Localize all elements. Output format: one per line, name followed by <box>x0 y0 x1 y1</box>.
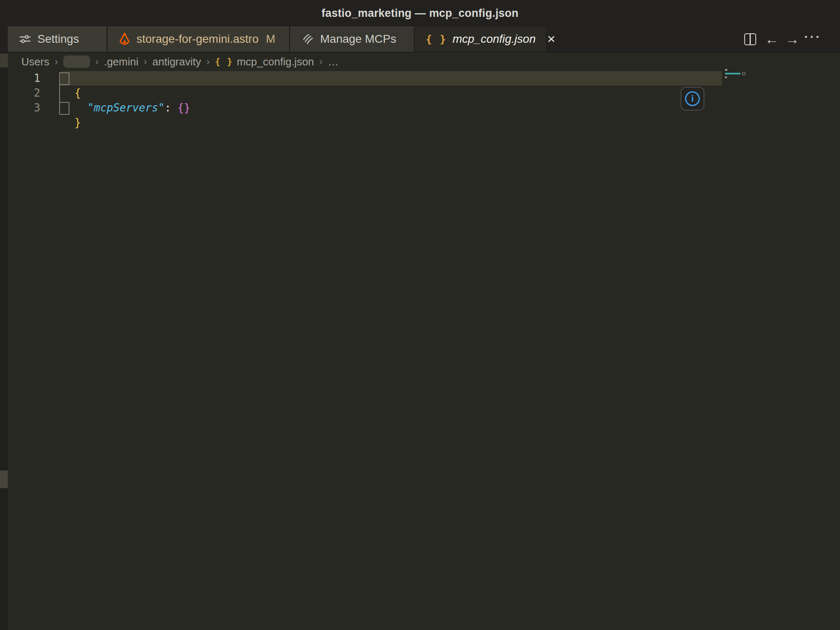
breadcrumb-separator: › <box>95 56 99 67</box>
code-token-space <box>171 102 178 114</box>
sidebar-edge-segment <box>0 53 8 67</box>
window-titlebar: fastio_marketing — mcp_config.json <box>0 0 840 26</box>
info-icon: i <box>685 91 700 106</box>
tab-mcp-config-json[interactable]: { } mcp_config.json × <box>415 26 546 52</box>
line-number: 3 <box>0 100 40 115</box>
breadcrumb-file-label: mcp_config.json <box>237 56 314 68</box>
tab-manage-mcps[interactable]: Manage MCPs <box>290 26 414 52</box>
info-glyph: i <box>691 94 694 103</box>
tab-label: mcp_config.json <box>452 32 535 46</box>
code-token-property-name: "mcpServers" <box>88 102 165 114</box>
tab-label: Manage MCPs <box>320 32 396 46</box>
breadcrumb: Users › › .gemini › antigravity › { } mc… <box>0 53 840 71</box>
code-token-empty-object: {} <box>178 102 190 114</box>
tab-label: Settings <box>37 32 79 46</box>
tab-settings[interactable]: Settings <box>8 26 106 52</box>
breadcrumb-item-file[interactable]: { } mcp_config.json <box>215 56 314 68</box>
code-line[interactable]: } <box>62 100 81 130</box>
line-number: 2 <box>0 86 40 100</box>
more-actions-button[interactable]: ··· <box>804 26 822 52</box>
breadcrumb-redacted-chip[interactable] <box>63 56 90 68</box>
minimap-line <box>725 73 741 74</box>
tab-storage-for-gemini-astro[interactable]: storage-for-gemini.astro M <box>108 26 289 52</box>
split-editor-icon <box>744 33 756 45</box>
info-button[interactable]: i <box>681 87 704 111</box>
line-number: 1 <box>0 71 40 86</box>
bracket-pair-guide <box>59 84 60 103</box>
mcp-icon <box>302 33 314 45</box>
window-title: fastio_marketing — mcp_config.json <box>321 7 518 20</box>
minimap-glyph <box>742 72 745 75</box>
current-line-highlight <box>60 71 722 86</box>
breadcrumb-item-ellipsis[interactable]: … <box>328 56 339 68</box>
breadcrumb-item-users[interactable]: Users <box>21 56 49 68</box>
minimap-line <box>725 69 727 71</box>
json-braces-icon: { } <box>426 33 447 45</box>
json-braces-icon: { } <box>215 57 233 67</box>
code-token-brace-close: } <box>74 116 81 129</box>
sliders-icon <box>19 33 31 45</box>
sidebar-scrollbar-thumb[interactable] <box>0 470 8 488</box>
code-token-colon: : <box>164 102 171 114</box>
editor-tab-bar: Settings storage-for-gemini.astro M Mana… <box>0 26 840 53</box>
breadcrumb-separator: › <box>55 56 58 67</box>
breadcrumb-separator: › <box>144 56 147 67</box>
tab-label: storage-for-gemini.astro <box>136 32 258 46</box>
close-icon[interactable]: × <box>547 32 556 46</box>
astro-icon <box>118 32 131 46</box>
breadcrumb-item-antigravity[interactable]: antigravity <box>152 56 201 68</box>
breadcrumb-item-gemini[interactable]: .gemini <box>104 56 138 68</box>
breadcrumb-separator: › <box>319 56 323 67</box>
collapsed-sidebar-edge <box>0 53 8 630</box>
navigate-back-button[interactable]: ← <box>763 26 781 52</box>
breadcrumb-separator: › <box>206 56 210 67</box>
split-editor-button[interactable] <box>741 26 759 52</box>
minimap-line <box>725 76 727 78</box>
minimap[interactable] <box>723 67 749 81</box>
modified-badge: M <box>266 33 275 46</box>
navigate-forward-button[interactable]: → <box>783 26 801 52</box>
